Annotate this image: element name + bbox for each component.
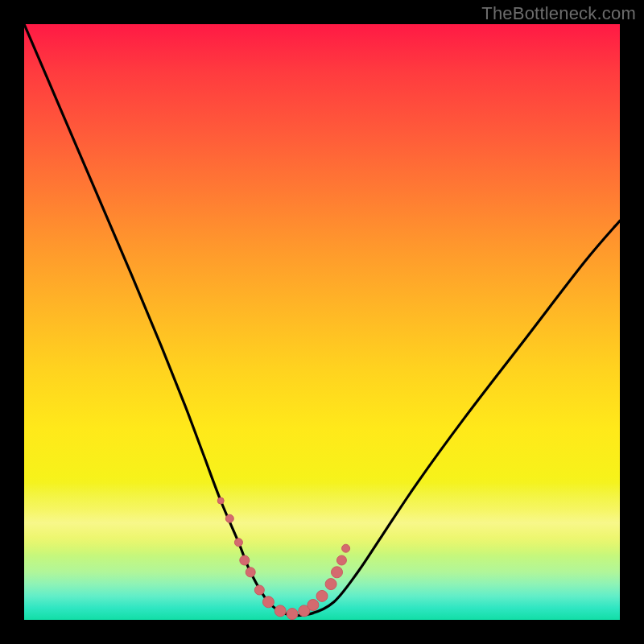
curve-marker (325, 579, 336, 590)
curve-marker (262, 597, 274, 608)
curve-marker (240, 555, 250, 565)
curve-marker (217, 497, 224, 504)
curve-marker (254, 585, 264, 595)
curve-marker (316, 590, 328, 601)
curve-marker (308, 600, 319, 611)
curve-marker (332, 567, 343, 578)
bottleneck-curve-line (24, 24, 620, 615)
curve-marker (287, 609, 298, 620)
chart-plot-area (24, 24, 620, 620)
curve-marker (234, 539, 242, 547)
chart-svg (24, 24, 620, 620)
curve-marker (342, 544, 350, 552)
watermark-text: TheBottleneck.com (481, 3, 636, 24)
curve-marker (246, 568, 255, 577)
curve-markers-group (217, 497, 349, 620)
curve-marker (336, 555, 346, 565)
curve-marker (275, 605, 286, 617)
curve-marker (225, 514, 233, 522)
